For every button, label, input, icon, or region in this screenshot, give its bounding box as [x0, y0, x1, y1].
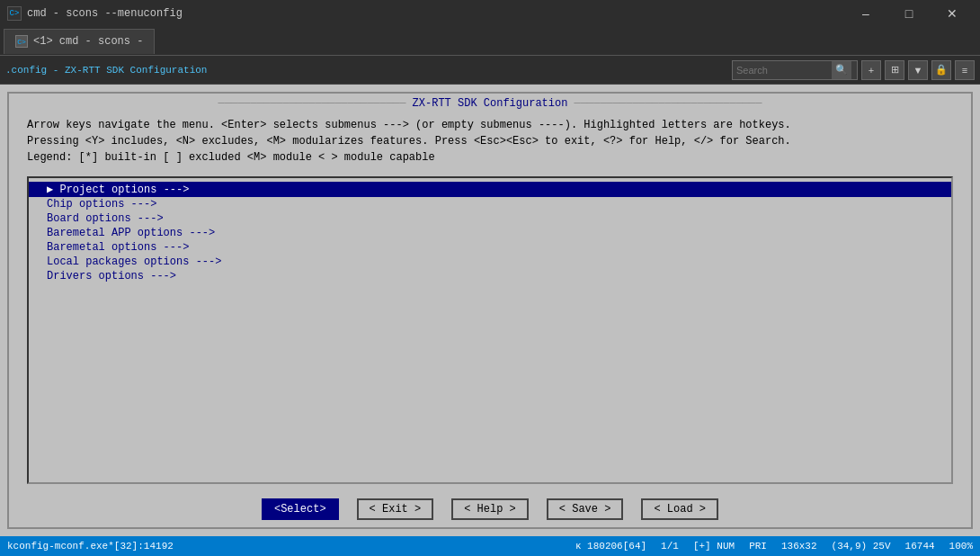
- status-size: 136x32: [781, 541, 817, 552]
- status-addr: κ 180206[64]: [575, 541, 646, 552]
- menu-button[interactable]: ≡: [955, 60, 975, 80]
- tab-bar: C> <1> cmd - scons -: [0, 27, 980, 56]
- bottom-buttons: <Select>< Exit >< Help >< Save >< Load >: [9, 491, 971, 527]
- maximize-button[interactable]: □: [888, 0, 930, 27]
- status-cursor: (34,9) 25V: [832, 541, 891, 552]
- status-code: 16744: [905, 541, 935, 552]
- menu-item[interactable]: ▶ Project options --->: [29, 182, 951, 197]
- menu-box: ▶ Project options ---> Chip options --->…: [27, 176, 953, 484]
- lock-button[interactable]: 🔒: [931, 60, 951, 80]
- bottom-btn[interactable]: < Help >: [451, 498, 529, 520]
- config-header: Arrow keys navigate the menu. <Enter> se…: [9, 112, 971, 169]
- search-button[interactable]: 🔍: [832, 61, 851, 79]
- help-line-1: Arrow keys navigate the menu. <Enter> se…: [27, 117, 953, 133]
- help-line-3: Legend: [*] built-in [ ] excluded <M> mo…: [27, 149, 953, 166]
- bottom-btn[interactable]: < Save >: [547, 498, 624, 520]
- menu-item[interactable]: Drivers options --->: [29, 269, 951, 283]
- status-zoom: 100%: [949, 541, 973, 552]
- search-box: 🔍: [732, 60, 858, 80]
- status-right: κ 180206[64] 1/1 [+] NUM PRI 136x32 (34,…: [575, 541, 973, 552]
- close-button[interactable]: ✕: [931, 0, 973, 27]
- menu-item[interactable]: Chip options --->: [29, 197, 951, 211]
- tab-icon: C>: [15, 35, 28, 48]
- minimize-button[interactable]: –: [845, 0, 886, 27]
- app-icon: C>: [7, 6, 22, 21]
- status-mode: PRI: [749, 541, 767, 552]
- add-button[interactable]: +: [861, 60, 881, 80]
- menu-item[interactable]: Baremetal APP options --->: [29, 226, 951, 240]
- search-input[interactable]: [733, 65, 832, 76]
- status-ins: [+] NUM: [693, 541, 735, 552]
- main-content: ───────────────────────────── ZX-RTT SDK…: [0, 85, 980, 536]
- config-title-text: ZX-RTT SDK Configuration: [413, 97, 568, 110]
- bottom-btn[interactable]: <Select>: [262, 498, 339, 520]
- bottom-btn[interactable]: < Load >: [641, 498, 718, 520]
- tab-label: <1> cmd - scons -: [33, 35, 143, 48]
- status-pos: 1/1: [661, 541, 679, 552]
- menu-item[interactable]: Board options --->: [29, 211, 951, 226]
- menu-item[interactable]: Baremetal options --->: [29, 240, 951, 255]
- toolbar-path: .config - ZX-RTT SDK Configuration: [5, 65, 728, 76]
- help-line-2: Pressing <Y> includes, <N> excludes, <M>…: [27, 133, 953, 149]
- tab-1[interactable]: C> <1> cmd - scons -: [4, 29, 155, 54]
- title-bar: C> cmd - scons --menuconfig – □ ✕: [0, 0, 980, 27]
- status-bar: kconfig-mconf.exe*[32]:14192 κ 180206[64…: [0, 536, 980, 556]
- config-title: ───────────────────────────── ZX-RTT SDK…: [9, 94, 971, 112]
- config-window: ───────────────────────────── ZX-RTT SDK…: [7, 92, 973, 529]
- view-button[interactable]: ⊞: [885, 60, 904, 80]
- window-controls: – □ ✕: [845, 0, 973, 27]
- status-process: kconfig-mconf.exe*[32]:14192: [7, 541, 561, 552]
- menu-item[interactable]: Local packages options --->: [29, 255, 951, 269]
- toolbar: .config - ZX-RTT SDK Configuration 🔍 + ⊞…: [0, 56, 980, 85]
- title-bar-text: cmd - scons --menuconfig: [27, 7, 845, 20]
- dropdown-button[interactable]: ▼: [908, 60, 928, 80]
- bottom-btn[interactable]: < Exit >: [357, 498, 434, 520]
